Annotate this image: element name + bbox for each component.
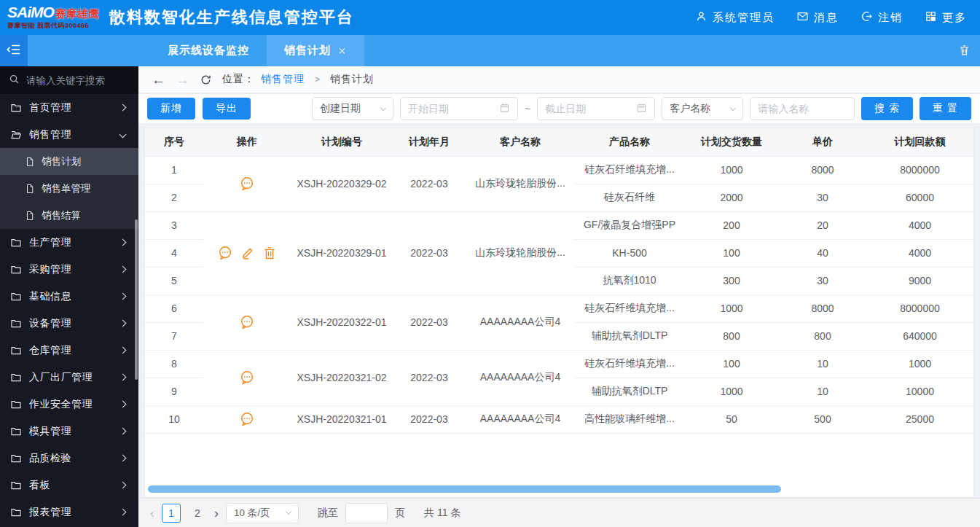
horizontal-scrollbar[interactable] [148,485,971,493]
page-size-select[interactable]: 10 条/页 [226,503,299,523]
sidebar-item[interactable]: 销售管理 [0,121,138,148]
sidebar-item[interactable]: 仓库管理 [0,337,138,364]
table-row[interactable]: 10XSJH-20220321-012022-03AAAAAAAA公司4高性能玻… [145,405,973,433]
folder-icon [10,264,22,276]
sidebar-item[interactable]: 模具管理 [0,418,138,445]
breadcrumb-parent[interactable]: 销售管理 [261,73,305,86]
sidebar-search-input[interactable] [26,75,121,86]
comment-icon[interactable] [217,245,233,261]
start-date-field[interactable] [400,97,518,120]
chevron-right-icon [119,401,127,408]
next-page-icon[interactable]: › [214,507,219,520]
tab-sales-plan[interactable]: 销售计划 × [267,35,364,66]
sidebar-item-label: 品质检验 [29,452,113,465]
price-cell: 40 [779,239,866,267]
sidebar-item[interactable]: 首页管理 [0,94,138,121]
calendar-icon [636,102,647,116]
logout-menu[interactable]: 注销 [861,10,903,25]
export-button[interactable]: 导出 [203,98,251,120]
comment-icon[interactable] [239,370,255,386]
refresh-icon[interactable] [200,74,212,86]
quantity-cell: 50 [684,405,779,433]
tab-close-icon[interactable]: × [338,44,347,58]
reset-button[interactable]: 重 置 [920,97,971,120]
table-row[interactable]: 8XSJH-20220321-022022-03AAAAAAAA公司4硅灰石纤维… [145,350,973,378]
jump-page-input[interactable] [345,503,388,523]
clear-tabs-button[interactable] [948,35,980,66]
end-date-input[interactable] [545,103,632,114]
amount-cell: 25000 [866,405,973,433]
sidebar-scrollbar[interactable] [135,219,138,380]
sidebar-item[interactable]: 入厂出厂管理 [0,364,138,391]
table-row[interactable]: 6XSJH-20220322-012022-03AAAAAAAA公司4硅灰石纤维… [145,294,973,322]
messages-menu[interactable]: 消息 [796,10,839,25]
tab-device-monitor[interactable]: 展示线设备监控 [150,35,267,66]
comment-icon[interactable] [239,411,255,427]
quantity-cell: 300 [684,267,779,294]
sidebar-item[interactable]: 报表管理 [0,499,138,526]
page-number-1[interactable]: 1 [162,504,181,523]
sidebar-subitem-label: 销售结算 [42,209,81,222]
file-icon [25,157,35,167]
column-header: 单价 [779,128,866,156]
product-cell: 硅灰石纤维填充增... [575,156,684,184]
product-cell: 硅灰石纤维填充增... [575,350,684,378]
sidebar-item[interactable]: 设备管理 [0,310,138,337]
logout-icon [861,10,873,25]
sidebar-subitem[interactable]: 销售单管理 [0,175,138,202]
price-cell: 30 [779,267,866,294]
table-row[interactable]: 1XSJH-20220329-022022-03山东玲珑轮胎股份...硅灰石纤维… [145,156,973,184]
column-header: 计划回款额 [866,128,973,156]
sidebar-item[interactable]: 生产管理 [0,229,138,256]
file-icon [25,211,35,221]
folder-icon [10,507,22,518]
prev-page-icon[interactable]: ‹ [150,507,154,520]
price-cell: 800 [779,322,866,350]
plan-month-cell: 2022-03 [393,294,466,350]
sidebar-item[interactable]: 基础信息 [0,283,138,310]
comment-icon[interactable] [239,176,255,192]
customer-cell: AAAAAAAA公司4 [466,350,575,405]
forward-arrow-icon[interactable]: → [176,73,189,87]
trash-icon [958,44,971,58]
user-menu[interactable]: 系统管理员 [695,10,775,25]
sidebar-item[interactable]: 采购管理 [0,256,138,283]
search-button[interactable]: 搜 索 [861,97,913,120]
mail-icon [796,10,809,25]
sidebar-item[interactable]: 看板 [0,472,138,499]
sidebar-subitem[interactable]: 销售计划 [0,148,138,175]
name-input[interactable] [758,103,847,114]
sidebar-item[interactable]: 作业安全管理 [0,391,138,418]
sidebar-item-label: 采购管理 [29,263,113,276]
sidebar-search[interactable] [0,66,138,94]
back-arrow-icon[interactable]: ← [152,73,165,87]
date-type-select[interactable]: 创建日期 [312,97,393,120]
delete-icon[interactable] [262,246,277,260]
app-root: SAiMO 赛摩雄鹰 赛摩智能 股票代码300466 散料数智化生产线信息管控平… [0,0,980,527]
field-select[interactable]: 客户名称 [662,97,743,120]
comment-icon[interactable] [239,314,255,330]
sidebar-collapse-button[interactable] [0,35,28,66]
add-button[interactable]: 新增 [147,98,195,120]
data-table-card: 序号操作计划编号计划年月客户名称产品名称计划交货数量单价计划回款额1XSJH-2… [144,128,974,498]
quantity-cell: 100 [684,239,779,267]
plan-month-cell: 2022-03 [393,405,466,433]
end-date-field[interactable] [537,97,655,120]
start-date-input[interactable] [408,103,495,114]
more-menu[interactable]: 更多 [925,10,967,25]
sidebar-menu: 首页管理销售管理销售计划销售单管理销售结算生产管理采购管理基础信息设备管理仓库管… [0,94,138,526]
folder-icon [10,102,22,114]
calendar-icon [499,102,510,116]
sidebar-item[interactable]: 品质检验 [0,445,138,472]
row-index-cell: 2 [145,184,203,211]
scrollbar-thumb[interactable] [148,485,781,493]
price-cell: 10 [779,350,866,378]
edit-icon[interactable] [240,246,255,260]
folder-icon [10,345,22,356]
amount-cell: 4000 [866,211,973,239]
sidebar-item-label: 报表管理 [29,506,113,519]
table-row[interactable]: 3XSJH-20220329-012022-03山东玲珑轮胎股份...GF/液晶… [145,211,973,239]
page-number-2[interactable]: 2 [188,504,207,523]
sidebar-subitem[interactable]: 销售结算 [0,202,138,229]
name-field[interactable] [750,97,855,120]
